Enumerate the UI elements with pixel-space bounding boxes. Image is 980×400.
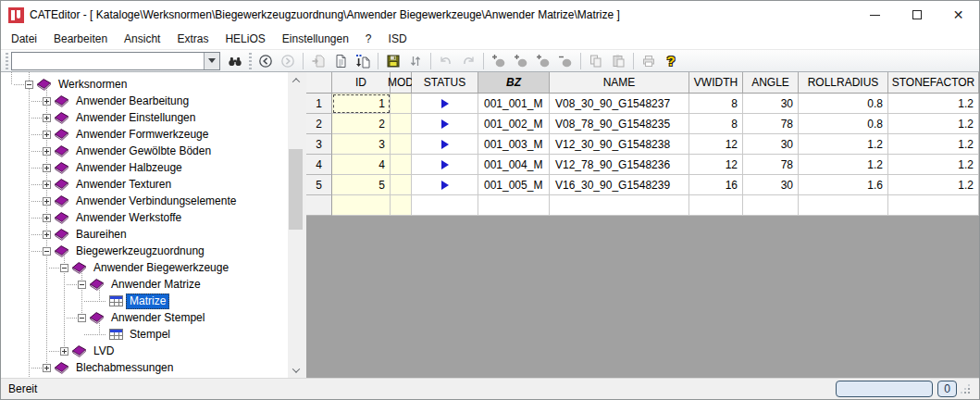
cell-rollradius[interactable]: [799, 195, 888, 216]
cell-rollradius[interactable]: 1.2: [799, 155, 888, 175]
tree-item-label[interactable]: Stempel: [126, 327, 174, 343]
tree-item-stempel[interactable]: Stempel: [1, 326, 288, 343]
new-document-button[interactable]: [329, 51, 352, 71]
cell-name[interactable]: V08_30_90_G1548237: [550, 94, 689, 114]
row-number-cell[interactable]: [306, 195, 332, 216]
tree-item-anwender-halbzeuge[interactable]: Anwender Halbzeuge: [1, 159, 288, 176]
sort-button[interactable]: [404, 51, 427, 71]
cell-bz[interactable]: 001_005_M: [478, 175, 550, 195]
cell-angle[interactable]: 30: [743, 94, 799, 114]
minus-box-icon[interactable]: [60, 264, 68, 272]
toolbar-grip[interactable]: [249, 53, 252, 69]
cell-vwidth[interactable]: 8: [689, 114, 743, 134]
save-button[interactable]: [382, 51, 404, 71]
cell-vwidth[interactable]: 12: [689, 155, 743, 175]
tree-item-anwender-werkstoffe[interactable]: Anwender Werkstoffe: [1, 209, 288, 226]
add-record-b-button[interactable]: [510, 51, 532, 71]
tree-item-anwender-gewoelbte-boeden[interactable]: Anwender Gewölbte Böden: [1, 143, 288, 159]
cell-mod[interactable]: [391, 155, 412, 175]
tree-item-anwender-matrize[interactable]: Anwender Matrize: [1, 276, 288, 293]
tree-item-label[interactable]: Anwender Bearbeitung: [72, 94, 192, 109]
tree-item-anwender-biegewerkzeuge[interactable]: Anwender Biegewerkzeuge: [1, 259, 288, 276]
menu-ansicht[interactable]: Ansicht: [116, 30, 168, 48]
resize-grip[interactable]: [961, 385, 970, 394]
plus-box-icon[interactable]: [43, 147, 51, 156]
tree-item-label[interactable]: Anwender Einstellungen: [72, 110, 199, 126]
cell-stonefactor[interactable]: 1.2: [888, 155, 979, 175]
combobox-dropdown-button[interactable]: [204, 53, 219, 69]
cell-bz[interactable]: [478, 195, 550, 216]
tree-item-label[interactable]: LVD: [90, 344, 118, 359]
close-button[interactable]: ✕: [937, 1, 979, 29]
cell-angle[interactable]: 78: [743, 114, 799, 134]
cell-name[interactable]: V08_78_90_G1548235: [550, 114, 689, 134]
row-number-cell[interactable]: 4: [306, 155, 332, 175]
minus-box-icon[interactable]: [78, 314, 86, 322]
cell-stonefactor[interactable]: [888, 195, 979, 216]
cell-bz[interactable]: 001_001_M: [478, 94, 550, 114]
menu-helios[interactable]: HELiOS: [217, 30, 273, 48]
plus-box-icon[interactable]: [43, 197, 51, 206]
cell-mod[interactable]: [391, 94, 412, 114]
tree-item-label[interactable]: Anwender Verbindungselemente: [72, 194, 240, 209]
tree-item-label[interactable]: Anwender Halbzeuge: [72, 160, 186, 176]
plus-box-icon[interactable]: [43, 364, 51, 372]
plus-box-icon[interactable]: [43, 231, 51, 239]
menu-bearbeiten[interactable]: Bearbeiten: [45, 30, 116, 48]
cell-mod[interactable]: [391, 134, 412, 155]
help-button[interactable]: ?: [660, 51, 682, 71]
tree-item-label[interactable]: Matrize: [126, 294, 169, 309]
cell-stonefactor[interactable]: 1.2: [888, 175, 979, 195]
cell-stonefactor[interactable]: 1.2: [888, 94, 979, 114]
col-header-name[interactable]: NAME: [550, 72, 689, 94]
redo-button[interactable]: [457, 51, 479, 71]
tree-item-biegewerkzeugzuordnung[interactable]: Biegewerkzeugzuordnung: [1, 243, 288, 259]
col-header-stonefactor[interactable]: STONEFACTOR: [888, 72, 979, 94]
tree-item-anwender-formwerkzeuge[interactable]: Anwender Formwerkzeuge: [1, 126, 288, 143]
scrollbar-thumb[interactable]: [289, 149, 303, 230]
cell-angle[interactable]: 78: [743, 155, 799, 175]
cell-bz[interactable]: 001_004_M: [478, 155, 550, 175]
tree-item-label[interactable]: Anwender Stempel: [107, 310, 208, 326]
cell-rollradius[interactable]: 1.2: [799, 134, 888, 155]
cell-status[interactable]: [412, 155, 478, 175]
tree-item-label[interactable]: Anwender Biegewerkzeuge: [90, 260, 232, 276]
tree-item-lvd[interactable]: LVD: [1, 343, 288, 359]
plus-box-icon[interactable]: [43, 214, 51, 222]
cell-bz[interactable]: 001_003_M: [478, 134, 550, 155]
plus-box-icon[interactable]: [60, 347, 68, 356]
tree-item-label[interactable]: Biegewerkzeugzuordnung: [72, 244, 208, 259]
delete-record-button[interactable]: [554, 51, 577, 71]
maximize-button[interactable]: [896, 1, 937, 29]
tree-item-label[interactable]: Werksnormen: [55, 77, 130, 93]
tree-item-label[interactable]: Baureihen: [72, 227, 130, 243]
plus-box-icon[interactable]: [43, 131, 51, 139]
tree-item-anwender-verbindungselemente[interactable]: Anwender Verbindungselemente: [1, 193, 288, 209]
plus-box-icon[interactable]: [43, 164, 51, 172]
cell-angle[interactable]: 30: [743, 175, 799, 195]
combobox-input[interactable]: [12, 53, 204, 69]
cell-name[interactable]: V16_30_90_G1548239: [550, 175, 689, 195]
cell-angle[interactable]: 30: [743, 134, 799, 155]
menu-extras[interactable]: Extras: [168, 30, 217, 48]
minus-box-icon[interactable]: [78, 281, 86, 289]
menu-help[interactable]: ?: [357, 30, 380, 48]
tree-item-label[interactable]: Blechabmessungen: [72, 360, 177, 376]
add-record-c-button[interactable]: [532, 51, 554, 71]
cell-mod[interactable]: [391, 114, 412, 134]
cell-vwidth[interactable]: 12: [689, 134, 743, 155]
minus-box-icon[interactable]: [43, 247, 51, 256]
cell-id[interactable]: 2: [332, 114, 391, 134]
menu-einstellungen[interactable]: Einstellungen: [274, 30, 357, 48]
nav-back-button[interactable]: [254, 51, 277, 71]
col-header-status[interactable]: STATUS: [412, 72, 478, 94]
minus-box-icon[interactable]: [25, 81, 33, 89]
cell-status[interactable]: [412, 94, 478, 114]
row-number-cell[interactable]: 1: [306, 94, 332, 114]
tree-item-label[interactable]: Anwender Texturen: [72, 177, 175, 193]
col-header-rollradius[interactable]: ROLLRADIUS: [799, 72, 888, 94]
col-header-bz[interactable]: BZ: [478, 72, 550, 94]
cell-id[interactable]: 5: [332, 175, 391, 195]
cell-rollradius[interactable]: 0.8: [799, 114, 888, 134]
col-header-angle[interactable]: ANGLE: [743, 72, 799, 94]
